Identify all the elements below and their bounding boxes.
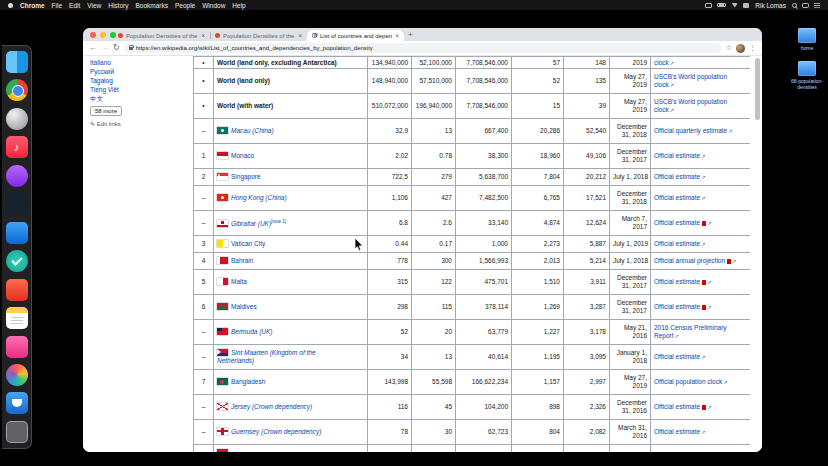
- browser-menu-icon[interactable]: ⋮: [749, 44, 756, 52]
- language-link[interactable]: Italiano: [90, 58, 188, 67]
- source-link[interactable]: Official estimate: [654, 278, 700, 285]
- menu-item-people[interactable]: People: [175, 2, 195, 9]
- profile-avatar[interactable]: [736, 44, 745, 53]
- notification-center-icon[interactable]: [814, 3, 820, 8]
- source-link[interactable]: Official estimate: [654, 219, 700, 226]
- browser-tab[interactable]: Population Densities of the W×: [113, 30, 210, 41]
- table-row: •World (land only)148,940,00057,510,0007…: [194, 69, 751, 94]
- menu-item-file[interactable]: File: [52, 2, 62, 9]
- country-link[interactable]: Monaco: [231, 152, 254, 159]
- menu-item-history[interactable]: History: [108, 2, 128, 9]
- country-link[interactable]: Bahrain: [231, 257, 253, 264]
- more-languages-button[interactable]: 58 more: [90, 106, 122, 116]
- dock-item-gray-sphere[interactable]: [6, 108, 28, 130]
- dock-item-music[interactable]: [6, 136, 28, 158]
- language-link[interactable]: 中文: [90, 94, 188, 103]
- close-tab-icon[interactable]: ×: [395, 32, 399, 39]
- menu-item-view[interactable]: View: [87, 2, 101, 9]
- dock-item-blue-cup[interactable]: [6, 392, 28, 414]
- country-link[interactable]: Sint Maarten (Kingdom of the Netherlands…: [217, 349, 316, 364]
- close-tab-icon[interactable]: ×: [298, 32, 302, 39]
- language-link[interactable]: Tiếng Việt: [90, 85, 188, 94]
- source-link[interactable]: Official annual projection: [654, 257, 725, 264]
- menu-item-edit[interactable]: Edit: [69, 2, 80, 9]
- menu-item-help[interactable]: Help: [232, 2, 245, 9]
- desktop-file[interactable]: 68-population-densities: [787, 61, 827, 90]
- country-link[interactable]: Maldives: [231, 303, 257, 310]
- country-link[interactable]: Gibraltar (UK): [231, 220, 271, 227]
- table-row: –Sint Maarten (Kingdom of the Netherland…: [194, 345, 751, 370]
- source-link[interactable]: Official estimate: [654, 173, 700, 180]
- source-link[interactable]: Official quarterly estimate: [654, 127, 727, 134]
- bookmark-star-icon[interactable]: ☆: [726, 44, 732, 52]
- source-link[interactable]: 2016 Census Preliminary Report: [654, 324, 727, 339]
- input-icon[interactable]: [743, 3, 749, 8]
- control-center-icon[interactable]: [802, 3, 809, 8]
- dock-item-red-app[interactable]: [6, 279, 28, 301]
- country-link[interactable]: Bangladesh: [231, 378, 265, 385]
- close-window-button[interactable]: [90, 32, 96, 38]
- language-link[interactable]: Русский: [90, 67, 188, 76]
- country-link[interactable]: Bermuda (UK): [231, 328, 273, 335]
- country-link[interactable]: Jersey (Crown dependency): [231, 403, 312, 410]
- browser-tab[interactable]: Population Densities of the W×: [210, 30, 307, 41]
- back-button[interactable]: ←: [89, 43, 97, 53]
- source-link[interactable]: clock: [654, 59, 669, 66]
- dock-item-colorful-app[interactable]: [6, 364, 28, 386]
- spotlight-icon[interactable]: [792, 3, 797, 8]
- language-link[interactable]: Tagalog: [90, 76, 188, 85]
- dock-item-trash[interactable]: [6, 421, 28, 443]
- menu-item-window[interactable]: Window: [202, 2, 225, 9]
- page-scrollbar[interactable]: [755, 57, 760, 450]
- dock-item-chrome[interactable]: [6, 79, 28, 101]
- source-link[interactable]: Official population clock: [654, 378, 722, 385]
- apple-menu-icon[interactable]: [8, 3, 13, 8]
- edit-links[interactable]: ✎ Edit links: [90, 120, 188, 127]
- browser-tab[interactable]: List of countries and depend×: [307, 30, 404, 41]
- density-km2-cell: 804: [512, 420, 564, 445]
- file-icon: [798, 61, 816, 76]
- source-link[interactable]: Official estimate: [654, 353, 700, 360]
- country-link[interactable]: Vatican City: [231, 240, 265, 247]
- country-link[interactable]: Hong Kong (China): [231, 194, 287, 201]
- source-link[interactable]: Official estimate: [654, 403, 700, 410]
- desktop-file[interactable]: home: [787, 28, 827, 51]
- country-link[interactable]: Guernsey (Crown dependency): [231, 428, 321, 435]
- forward-button[interactable]: →: [101, 43, 109, 53]
- source-link[interactable]: Official estimate: [654, 240, 700, 247]
- dock-item-notes[interactable]: [6, 307, 28, 329]
- external-link-icon: ↗: [701, 354, 705, 360]
- menu-item-bookmarks[interactable]: Bookmarks: [135, 2, 168, 9]
- rank-cell: •: [194, 94, 214, 119]
- source-link[interactable]: Official estimate: [654, 303, 700, 310]
- new-tab-button[interactable]: +: [408, 31, 413, 39]
- scrollbar-thumb[interactable]: [755, 58, 760, 120]
- reload-button[interactable]: ↻: [113, 43, 120, 53]
- battery-icon[interactable]: [717, 3, 726, 8]
- source-cell: Official estimate↗: [651, 236, 751, 253]
- dock-item-teal-check[interactable]: [6, 250, 28, 272]
- url-text[interactable]: https://en.wikipedia.org/wiki/List_of_co…: [136, 45, 373, 51]
- dock-item-pink-app[interactable]: [6, 336, 28, 358]
- dock-item-finder[interactable]: [6, 51, 28, 73]
- note-ref-link[interactable]: [note 1]: [271, 219, 286, 224]
- source-link[interactable]: Official estimate: [654, 194, 700, 201]
- source-link[interactable]: Official estimate: [654, 428, 700, 435]
- dock-item-blue-app[interactable]: [6, 222, 28, 244]
- source-link[interactable]: USCB's World population clock: [654, 98, 727, 113]
- source-link[interactable]: Official estimate: [654, 152, 700, 159]
- address-bar[interactable]: https://en.wikipedia.org/wiki/List_of_co…: [124, 43, 722, 53]
- wifi-icon[interactable]: [731, 3, 738, 8]
- singapore-flag-icon: [217, 173, 228, 180]
- country-link[interactable]: Macau (China): [231, 127, 274, 134]
- country-link[interactable]: Singapore: [231, 173, 261, 180]
- menubar-username[interactable]: Rik Lomas: [755, 2, 786, 9]
- menu-item-chrome[interactable]: Chrome: [20, 2, 45, 9]
- dock-item-dark-app[interactable]: [6, 193, 28, 215]
- dock-item-purple-app[interactable]: [6, 165, 28, 187]
- minimize-window-button[interactable]: [100, 32, 106, 38]
- close-tab-icon[interactable]: ×: [201, 32, 205, 39]
- screen-icon[interactable]: [705, 3, 712, 8]
- source-link[interactable]: USCB's World population clock: [654, 73, 727, 88]
- country-link[interactable]: Malta: [231, 278, 247, 285]
